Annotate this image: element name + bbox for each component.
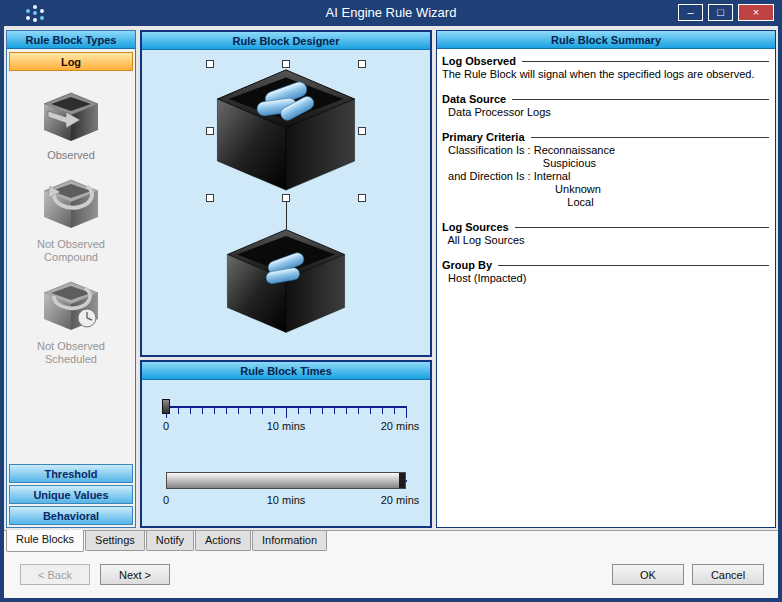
summary-section-title: Primary Criteria — [442, 131, 771, 144]
tab-information[interactable]: Information — [252, 531, 327, 551]
summary-line: Host (Impacted) — [442, 272, 771, 285]
summary-line: Classification Is : Reconnaissance — [442, 144, 771, 157]
summary-section: Log ObservedThe Rule Block will signal w… — [442, 55, 771, 81]
cube-compound-icon — [40, 176, 102, 232]
rule-block-cube-top[interactable] — [214, 68, 358, 192]
summary-section: Log Sources All Log Sources — [442, 221, 771, 247]
section-divider — [531, 137, 769, 138]
summary-line: All Log Sources — [442, 234, 771, 247]
summary-line: Unknown — [442, 183, 771, 196]
threshold-button[interactable]: Threshold — [9, 464, 133, 483]
ruler-label: 20 mins — [360, 494, 440, 506]
ruler-label: 0 — [156, 494, 176, 506]
ruler-label: 0 — [156, 420, 176, 432]
section-divider — [498, 265, 769, 266]
ruler-label: 10 mins — [246, 420, 326, 432]
time-slider-handle[interactable] — [162, 399, 170, 414]
rule-block-types-panel: Rule Block Types Log Observed — [6, 30, 136, 528]
summary-section-title: Log Sources — [442, 221, 771, 234]
range-bar-handle[interactable] — [399, 473, 405, 488]
cube-arrow-icon — [40, 91, 102, 143]
block-connector-line — [286, 202, 287, 229]
rule-type-not-observed-compound[interactable]: Not Observed Compound — [7, 176, 135, 264]
selection-handle[interactable] — [206, 60, 214, 68]
rule-type-label: Not Observed Scheduled — [21, 340, 121, 366]
summary-section-title: Data Source — [442, 93, 771, 106]
section-divider — [512, 99, 769, 100]
designer-canvas[interactable] — [142, 50, 430, 355]
bottom-strip: Rule BlocksSettingsNotifyActionsInformat… — [4, 530, 778, 598]
times-area: 0 10 mins 20 mins 0 10 mins 20 mins — [142, 380, 430, 526]
tab-settings[interactable]: Settings — [85, 531, 145, 551]
summary-section-title: Group By — [442, 259, 771, 272]
titlebar: AI Engine Rule Wizard – □ × — [0, 0, 782, 26]
rule-block-type-list: Observed Not Observed Compound — [7, 77, 135, 457]
summary-line: Suspicious — [442, 157, 771, 170]
summary-section-title: Log Observed — [442, 55, 771, 68]
selection-handle[interactable] — [282, 194, 290, 202]
rule-block-summary-header: Rule Block Summary — [437, 31, 775, 49]
tab-rule-blocks[interactable]: Rule Blocks — [6, 530, 84, 552]
rule-type-observed[interactable]: Observed — [7, 91, 135, 162]
rule-block-times-panel: Rule Block Times 0 10 mins 20 mins 0 10 … — [140, 360, 432, 528]
rule-type-label: Observed — [21, 149, 121, 162]
selection-handle[interactable] — [282, 60, 290, 68]
rule-type-category-buttons: Threshold Unique Values Behavioral — [9, 462, 133, 525]
selection-handle[interactable] — [358, 127, 366, 135]
cancel-button[interactable]: Cancel — [692, 564, 764, 585]
selection-handle[interactable] — [358, 194, 366, 202]
ruler-label: 20 mins — [360, 420, 440, 432]
rule-block-times-header: Rule Block Times — [142, 362, 430, 380]
bottom-tabbar: Rule BlocksSettingsNotifyActionsInformat… — [6, 531, 328, 552]
next-button[interactable]: Next > — [100, 564, 170, 585]
window-title: AI Engine Rule Wizard — [0, 5, 782, 20]
back-button[interactable]: < Back — [20, 564, 90, 585]
summary-section: Data Source Data Processor Logs — [442, 93, 771, 119]
minimize-button[interactable]: – — [678, 4, 703, 21]
summary-line: Local — [442, 196, 771, 209]
selection-handle[interactable] — [206, 194, 214, 202]
cube-scheduled-icon — [40, 278, 102, 334]
ruler-label: 10 mins — [246, 494, 326, 506]
summary-line: and Direction Is : Internal — [442, 170, 771, 183]
ruler-major-ticks — [166, 408, 407, 418]
tab-notify[interactable]: Notify — [146, 531, 194, 551]
log-button[interactable]: Log — [9, 52, 133, 71]
section-divider — [515, 227, 769, 228]
time-range-bar[interactable] — [166, 472, 406, 489]
close-button[interactable]: × — [738, 4, 774, 21]
summary-section: Group By Host (Impacted) — [442, 259, 771, 285]
rule-block-designer-header: Rule Block Designer — [142, 32, 430, 50]
summary-line: The Rule Block will signal when the spec… — [442, 68, 771, 81]
summary-section: Primary Criteria Classification Is : Rec… — [442, 131, 771, 209]
behavioral-button[interactable]: Behavioral — [9, 506, 133, 525]
selection-handle[interactable] — [358, 60, 366, 68]
summary-body: Log ObservedThe Rule Block will signal w… — [437, 49, 775, 527]
rule-type-not-observed-scheduled[interactable]: Not Observed Scheduled — [7, 278, 135, 366]
rule-block-designer-panel: Rule Block Designer — [140, 30, 432, 357]
rule-block-types-header: Rule Block Types — [7, 31, 135, 49]
rule-block-summary-panel: Rule Block Summary Log ObservedThe Rule … — [436, 30, 776, 528]
summary-line: Data Processor Logs — [442, 106, 771, 119]
ok-button[interactable]: OK — [612, 564, 684, 585]
ai-engine-rule-wizard-window: AI Engine Rule Wizard – □ × Rule Block T… — [0, 0, 782, 602]
section-divider — [522, 61, 769, 62]
window-controls: – □ × — [678, 4, 774, 21]
unique-values-button[interactable]: Unique Values — [9, 485, 133, 504]
wizard-content: Rule Block Types Log Observed — [4, 26, 778, 598]
tab-actions[interactable]: Actions — [195, 531, 251, 551]
maximize-button[interactable]: □ — [708, 4, 733, 21]
rule-type-label: Not Observed Compound — [21, 238, 121, 264]
selection-handle[interactable] — [206, 127, 214, 135]
rule-block-cube-bottom[interactable] — [225, 228, 347, 334]
